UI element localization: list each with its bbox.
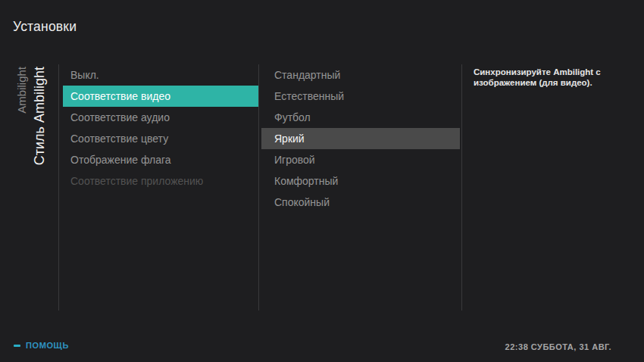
menu-item-label: Соответствие приложению	[70, 175, 203, 187]
sidebar-category-label: Ambilight	[16, 67, 29, 114]
style-menu-item-1[interactable]: Соответствие видео	[63, 86, 258, 107]
style-menu-item-3[interactable]: Соответствие цвету	[63, 128, 258, 149]
page-title: Установки	[13, 19, 77, 35]
style-menu-item-5: Соответствие приложению	[63, 170, 258, 192]
menu-item-label: Игровой	[274, 154, 315, 166]
menu-item-label: Естественный	[274, 90, 344, 102]
menu-item-label: Соответствие цвету	[70, 133, 168, 145]
sidebar-current-setting-label: Стиль Ambilight	[33, 67, 48, 165]
options-menu-item-0[interactable]: Стандартный	[261, 64, 460, 86]
video-style-options-menu: СтандартныйЕстественныйФутболЯркийИгрово…	[261, 64, 460, 213]
options-menu-item-4[interactable]: Игровой	[261, 149, 460, 170]
remote-key-dash-icon	[14, 345, 20, 347]
style-menu-item-0[interactable]: Выкл.	[63, 64, 258, 86]
menu-item-label: Соответствие видео	[70, 90, 170, 102]
clock-text: 22:38 СУББОТА, 31 АВГ.	[505, 342, 611, 351]
options-menu-item-5[interactable]: Комфортный	[261, 170, 460, 192]
menu-item-label: Спокойный	[274, 196, 330, 208]
menu-item-label: Комфортный	[274, 175, 338, 187]
sidebar-divider	[58, 64, 59, 311]
options-menu-item-6[interactable]: Спокойный	[261, 192, 460, 213]
menu-item-label: Стандартный	[274, 69, 340, 81]
menu-item-label: Отображение флага	[70, 154, 171, 166]
menu-item-label: Выкл.	[70, 69, 99, 81]
help-button[interactable]: ПОМОЩЬ	[14, 341, 69, 350]
column-divider-1	[258, 64, 259, 311]
options-menu-item-1[interactable]: Естественный	[261, 86, 460, 107]
help-label: ПОМОЩЬ	[26, 341, 69, 350]
ambilight-style-menu: Выкл.Соответствие видеоСоответствие ауди…	[63, 64, 258, 192]
menu-item-label: Соответствие аудио	[70, 111, 170, 123]
column-divider-2	[461, 64, 462, 311]
info-text: Синхронизируйте Ambilight с изображением…	[474, 67, 602, 88]
menu-item-label: Яркий	[274, 133, 305, 145]
style-menu-item-4[interactable]: Отображение флага	[63, 149, 258, 170]
style-menu-item-2[interactable]: Соответствие аудио	[63, 107, 258, 128]
options-menu-item-3[interactable]: Яркий	[261, 128, 460, 149]
menu-item-label: Футбол	[274, 111, 311, 123]
options-menu-item-2[interactable]: Футбол	[261, 107, 460, 128]
